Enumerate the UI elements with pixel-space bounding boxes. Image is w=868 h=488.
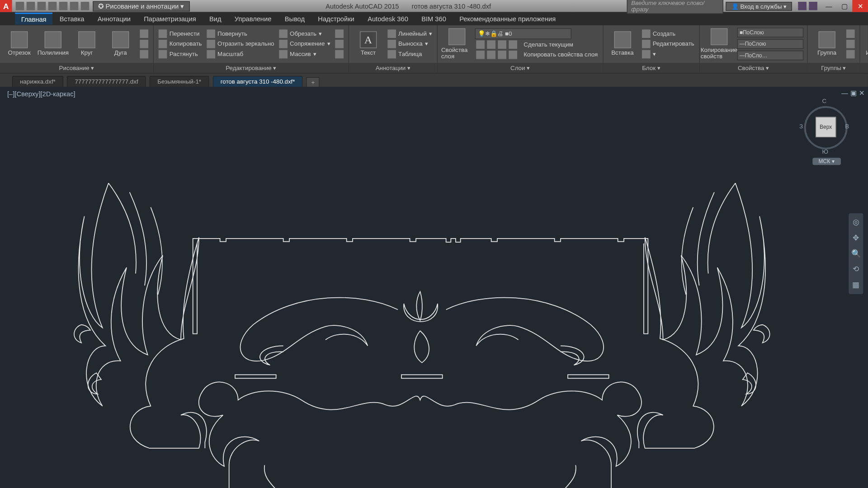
dimension-icon (387, 29, 396, 38)
help-icon[interactable] (809, 2, 817, 10)
nav-wheel-icon[interactable]: ◎ (851, 217, 861, 227)
qat-save-icon[interactable] (38, 2, 46, 10)
view-cube[interactable]: Верх С Ю В З МСК ▾ (802, 98, 850, 158)
array-button[interactable]: Массив ▾ (278, 49, 331, 59)
layer-dropdown[interactable]: 💡❄🔒🖨 ■ 0 (475, 28, 571, 39)
modify-extra-2[interactable] (334, 39, 344, 48)
draw-extra-1[interactable] (139, 28, 150, 38)
tab-bim360[interactable]: BIM 360 (415, 13, 452, 24)
minimize-button[interactable]: — (821, 0, 837, 12)
viewcube-face[interactable]: Верх (816, 117, 836, 137)
app-logo[interactable]: A (0, 0, 12, 12)
svg-rect-2 (568, 375, 609, 378)
compass-w: З (799, 123, 803, 130)
tab-insert[interactable]: Вставка (53, 13, 90, 24)
stretch-button[interactable]: Растянуть (157, 49, 203, 59)
text-button[interactable]: AТекст (353, 31, 384, 56)
insert-block-button[interactable]: Вставка (607, 31, 638, 56)
maximize-button[interactable]: ▢ (837, 0, 853, 12)
trim-button[interactable]: Обрезать ▾ (278, 28, 331, 38)
ribbon-title-groups[interactable]: Группы ▾ (807, 62, 859, 73)
tab-home[interactable]: Главная (15, 13, 52, 25)
create-block-button[interactable]: Создать (641, 28, 695, 38)
tab-addins[interactable]: Надстройки (312, 13, 360, 24)
fillet-icon (279, 39, 288, 48)
linear-dim-button[interactable]: Линейный ▾ (386, 28, 433, 38)
measure-button[interactable]: Измерить (863, 31, 868, 56)
qat-new-icon[interactable] (16, 2, 24, 10)
help-search-input[interactable]: Введите ключевое слово/фразу (627, 0, 723, 14)
ucs-dropdown[interactable]: МСК ▾ (812, 158, 840, 165)
exchange-icon[interactable] (798, 2, 807, 10)
color-dropdown[interactable]: ■ ПоСлою (737, 28, 803, 37)
qat-open-icon[interactable] (27, 2, 35, 10)
circle-button[interactable]: Круг (71, 31, 102, 56)
lineweight-dropdown[interactable]: — ПоСлою (737, 39, 803, 48)
polyline-button[interactable]: Полилиния (38, 31, 69, 56)
ribbon-title-draw[interactable]: Рисование ▾ (0, 62, 153, 73)
edit-block-button[interactable]: Редактировать (641, 39, 695, 48)
layer-props-button[interactable]: Свойства слоя (441, 28, 472, 59)
file-tab[interactable]: Безымянный-1* (150, 76, 209, 87)
nav-orbit-icon[interactable]: ⟲ (851, 264, 861, 274)
tab-a360[interactable]: Autodesk 360 (362, 13, 414, 24)
ribbon-title-modify[interactable]: Редактирование ▾ (154, 62, 348, 73)
qat-saveas-icon[interactable] (48, 2, 57, 10)
tab-annotate[interactable]: Аннотации (91, 13, 137, 24)
ribbon-tabs: Главная Вставка Аннотации Параметризация… (0, 12, 868, 25)
fillet-button[interactable]: Сопряжение ▾ (278, 39, 331, 48)
qat-plot-icon[interactable] (59, 2, 68, 10)
copy-button[interactable]: Копировать (157, 39, 203, 48)
ribbon-group-modify: Перенести Копировать Растянуть Повернуть… (154, 25, 349, 73)
ribbon-group-utils: Измерить Утилиты ▾ (860, 25, 868, 73)
scale-button[interactable]: Масштаб (205, 49, 275, 59)
tab-featured[interactable]: Рекомендованные приложения (453, 13, 562, 24)
group-button[interactable]: Группа (811, 31, 842, 56)
mirror-icon (207, 39, 215, 48)
ribbon-title-props[interactable]: Свойства ▾ (700, 62, 807, 73)
edit-attr-button[interactable]: ▾ (641, 49, 695, 59)
signin-button[interactable]: 👤 Вход в службы ▾ (726, 1, 792, 10)
file-tab[interactable]: 7777777777777777.dxf (67, 76, 146, 87)
compass-s: Ю (822, 148, 828, 155)
close-button[interactable]: ✕ (852, 0, 868, 12)
ribbon-title-annot[interactable]: Аннотации ▾ (349, 62, 437, 73)
ribbon-title-utils[interactable]: Утилиты ▾ (860, 62, 868, 73)
mirror-button[interactable]: Отразить зеркально (205, 39, 275, 48)
leader-button[interactable]: Выноска ▾ (386, 39, 433, 48)
nav-showmotion-icon[interactable]: ▦ (851, 280, 861, 290)
file-tab[interactable]: нарижка.dxf* (12, 76, 63, 87)
draw-extra-2[interactable] (139, 39, 150, 48)
ribbon-title-layers[interactable]: Слои ▾ (438, 62, 603, 73)
workspace-dropdown[interactable]: ✪ Рисование и аннотации ▾ (93, 1, 189, 11)
match-props-button[interactable]: Копирование свойств (703, 28, 735, 59)
modify-extra-3[interactable] (334, 49, 344, 59)
draw-extra-3[interactable] (139, 49, 150, 59)
table-button[interactable]: Таблица (386, 49, 433, 59)
line-icon (11, 31, 28, 48)
circle-icon (78, 31, 95, 48)
match-layer-button[interactable]: Копировать свойства слоя (475, 50, 599, 59)
arc-button[interactable]: Дуга (105, 31, 136, 56)
ribbon-title-block[interactable]: Блок ▾ (603, 62, 699, 73)
nav-pan-icon[interactable]: ✥ (851, 233, 861, 243)
tab-parametric[interactable]: Параметризация (138, 13, 202, 24)
tab-output[interactable]: Вывод (278, 13, 311, 24)
file-tab-active[interactable]: готов августа 310 -480.dxf* (212, 76, 302, 87)
make-current-button[interactable]: Сделать текущим (475, 39, 599, 49)
tab-view[interactable]: Вид (203, 13, 227, 24)
copy-icon (159, 39, 167, 48)
line-button[interactable]: Отрезок (4, 31, 35, 56)
insert-block-icon (614, 31, 631, 48)
qat-undo-icon[interactable] (70, 2, 79, 10)
qat-redo-icon[interactable] (81, 2, 90, 10)
new-tab-button[interactable]: + (307, 77, 320, 87)
tab-manage[interactable]: Управление (228, 13, 277, 24)
drawing-area[interactable]: [–][Сверху][2D-каркас] — ▣ ✕ (0, 87, 868, 488)
nav-zoom-icon[interactable]: 🔍 (851, 249, 861, 258)
move-button[interactable]: Перенести (157, 28, 203, 38)
linetype-dropdown[interactable]: — ПоСло… (737, 50, 803, 60)
rotate-button[interactable]: Повернуть (205, 28, 275, 38)
ribbon-group-block: Вставка Создать Редактировать ▾ Блок ▾ (603, 25, 699, 73)
modify-extra-1[interactable] (334, 28, 344, 38)
